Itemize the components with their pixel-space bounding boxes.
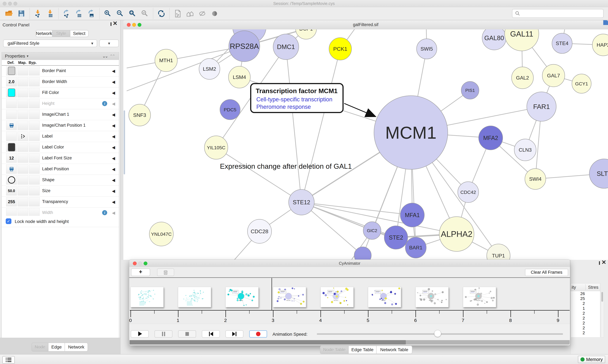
default-value-cell[interactable] [6,143,17,152]
network-window-titlebar[interactable]: galFiltered.sif [123,20,608,30]
node-alpha2[interactable]: ALPHA2 [439,217,474,251]
zoom-out-button[interactable] [115,8,125,19]
default-value-cell[interactable]: 50.0 [6,186,17,195]
resize-corner[interactable] [603,20,608,25]
zoom-in-button[interactable] [103,8,113,19]
stop-button[interactable] [178,330,196,338]
tab-network[interactable]: Network [36,30,52,37]
bypass-cell[interactable] [29,154,40,163]
collapse-all-icon[interactable]: ⌃⌃ [110,54,114,59]
mapping-cell[interactable] [18,121,28,130]
table-row[interactable]: 26 [571,291,600,296]
bypass-cell[interactable] [29,66,40,76]
properties-header[interactable]: Properties ▾ ⌄⌄ ⌃⌃ [2,52,119,60]
node-gal11[interactable]: GAL11 [505,29,539,51]
table-row[interactable]: 2 [571,321,600,325]
zoom-selected-button[interactable] [140,8,150,19]
node-mfa1[interactable]: MFA1 [400,203,424,227]
table-column-header[interactable]: Stres [588,285,598,290]
bypass-cell[interactable] [29,121,40,130]
lock-size-checkbox[interactable]: ✓ [6,218,11,224]
node-gal2[interactable]: GAL2 [511,67,533,89]
node-gcy1[interactable]: GCY1 [572,74,591,93]
canvas-scrollbar[interactable] [124,110,125,174]
node-ynl047c[interactable]: YNL047C [149,222,173,246]
tab-network[interactable]: Network [65,343,88,351]
node-rps28a[interactable]: RPS28A [229,31,260,62]
property-row-transparency[interactable]: 255Transparency◀ [2,196,119,208]
next-frame-button[interactable] [225,330,243,338]
property-row-border-width[interactable]: 2.0Border Width◀ [2,77,119,87]
clear-all-frames-button[interactable]: Clear All Frames [525,269,568,276]
hide-graphics-button[interactable] [197,8,208,19]
annotation-box[interactable]: Transcription factor MCM1 Cell-type-spec… [250,83,344,113]
tab-node-table[interactable]: Node Table [320,346,349,354]
default-value-cell[interactable]: 2.0 [6,77,17,86]
frame-thumbnail-5s[interactable]: MCM1 [368,287,401,307]
mapping-cell[interactable] [18,143,28,152]
style-options-button[interactable]: ▾ [99,39,119,47]
expand-property-icon[interactable]: ◀ [112,156,115,161]
tab-style[interactable]: Style [52,30,70,37]
zoom-fit-button[interactable] [127,8,138,19]
property-row-fill-color[interactable]: Fill Color◀ [2,87,119,98]
search-input[interactable] [520,11,597,16]
node-hap2[interactable]: HAP2 [592,34,608,56]
bypass-cell[interactable] [29,110,40,119]
memory-button[interactable]: Memory [578,356,605,363]
node-dmc1[interactable]: DMC1 [273,34,299,60]
frame-thumbnail-3s[interactable]: MCM1 [273,287,306,307]
default-value-cell[interactable] [6,88,17,97]
node-cln3[interactable]: CLN3 [514,139,536,161]
open-folder-button[interactable] [4,8,14,19]
frame-thumbnail-6s[interactable]: MCM1 [415,287,449,307]
node-swi4[interactable]: SWI4 [525,169,546,189]
previous-frame-button[interactable] [202,330,220,338]
property-row-shape[interactable]: Shape◀ [2,175,119,186]
close-panel-icon[interactable]: ✕ [113,22,117,25]
default-value-cell[interactable] [6,164,17,174]
task-history-button[interactable] [2,356,15,364]
node-pck1[interactable]: PCK1 [329,38,351,60]
property-row-image-chart-1[interactable]: Image/Chart 1◀ [2,109,119,120]
node-lsm4[interactable]: LSM4 [228,66,250,88]
property-row-label[interactable]: Label◀ [2,131,119,142]
refresh-view-button[interactable] [156,8,166,19]
export-table-button[interactable] [74,8,84,19]
table-row[interactable]: 2 [571,316,600,321]
network-canvas[interactable]: RPS28BDCP1RPS28ADMC1PCK1SWI5GAL80GAL11ST… [123,29,608,260]
edge-RPS28A-_l2[interactable] [127,46,244,91]
frame-thumbnail-0s[interactable] [130,287,164,307]
group-nodes-button[interactable] [185,8,195,19]
annotation-link[interactable]: Cell-type-specific transcription [256,96,343,103]
node-mcm1[interactable]: MCM1 [374,96,448,169]
mapping-cell[interactable] [18,88,28,97]
node-yil105c[interactable]: YIL105C [204,136,228,159]
table-row[interactable]: 2 [571,311,600,316]
frame-thumbnail-4s[interactable]: MCM1 [320,287,354,307]
node-gal7[interactable]: GAL7 [542,64,565,87]
node-ste12[interactable]: STE12 [289,189,314,215]
node-gic2[interactable]: GIC2 [363,222,381,239]
table-row[interactable]: 2 [571,325,600,330]
network-file-button[interactable] [173,8,183,19]
table-row[interactable]: 1 [571,306,600,311]
expand-property-icon[interactable]: ◀ [112,134,115,139]
annotation-link[interactable]: Pheromone response [256,103,343,111]
default-value-cell[interactable] [6,175,17,184]
node-snf3[interactable]: SNF3 [129,104,151,126]
bypass-cell[interactable] [29,197,40,206]
node-mfa2[interactable]: MFA2 [479,126,503,150]
expand-property-icon[interactable]: ◀ [112,200,115,205]
property-row-image-chart-position-1[interactable]: Image/Chart Position 1◀ [2,120,119,131]
expand-property-icon[interactable]: ◀ [112,101,115,106]
edge-YIL105C-STE12[interactable] [216,147,302,202]
mapping-cell[interactable] [18,175,28,184]
info-icon[interactable]: i [102,210,107,215]
mapping-cell[interactable] [18,164,28,174]
add-frame-button[interactable]: + [131,269,150,276]
tab-node[interactable]: Node [31,343,48,351]
export-network-button[interactable] [61,8,72,19]
tab-select[interactable]: Select [70,30,88,37]
default-value-cell[interactable] [6,66,17,76]
